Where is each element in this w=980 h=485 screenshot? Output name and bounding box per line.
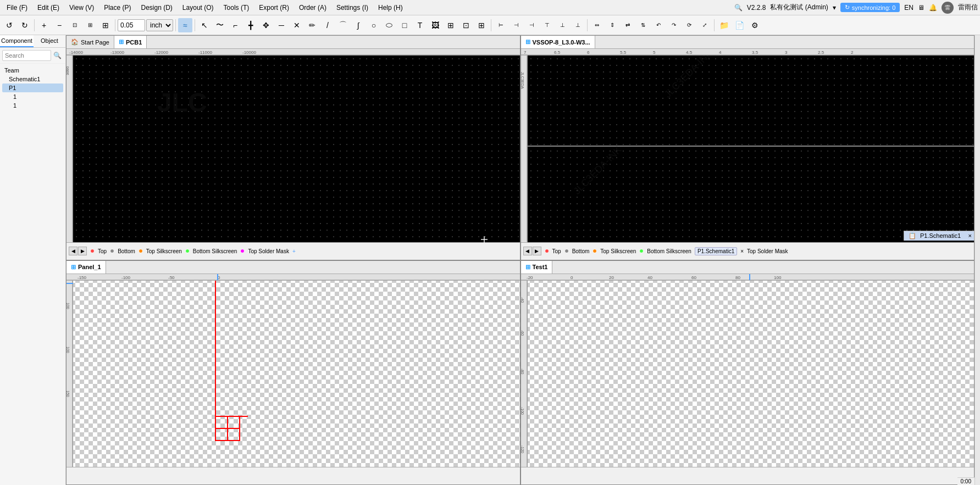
layer-label-top-tr[interactable]: Top [552, 248, 561, 254]
menu-settings[interactable]: Settings (I) [332, 3, 373, 13]
schematic1-floating-tab[interactable]: 📋 P1.Schematic1 × [904, 231, 975, 241]
tree-item1[interactable]: 1 [2, 92, 63, 101]
layer-label-tsilk[interactable]: Top Silkscreen [146, 248, 182, 254]
sync-button[interactable]: ↻ synchronizing: 0 [840, 3, 900, 12]
zoom-out-button[interactable]: − [52, 18, 67, 32]
align-center-v[interactable]: ⊥ [555, 18, 569, 32]
tree-schematic1[interactable]: Schematic1 [2, 75, 63, 83]
checkerboard-canvas[interactable] [67, 274, 520, 467]
layer-prev-btn[interactable]: ◀ [69, 247, 77, 255]
object-tab[interactable]: Object [34, 35, 65, 47]
panel1-tab[interactable]: ⊞ Panel_1 [67, 261, 106, 274]
pcb-canvas-top-right[interactable]: JLC3EDA-INK JLC3EDA-INK [521, 49, 975, 242]
distribute-v[interactable]: ⇕ [605, 18, 619, 32]
wire-tool[interactable]: 〜 [213, 18, 227, 32]
align-center-h[interactable]: ⊣ [509, 18, 523, 32]
unit-select[interactable]: inch mm mil [146, 19, 173, 31]
align-top[interactable]: ⊤ [540, 18, 554, 32]
layer-label-bsilk[interactable]: Bottom Silkscreen [193, 248, 237, 254]
menu-design[interactable]: Design (D) [137, 3, 177, 13]
zoom-in-button[interactable]: + [37, 18, 51, 32]
pencil-tool[interactable]: ✏ [305, 18, 319, 32]
align-left[interactable]: ⊢ [494, 18, 508, 32]
bus-tool[interactable]: ⌐ [228, 18, 242, 32]
align-right[interactable]: ⊣ [524, 18, 539, 32]
route-active-button[interactable]: ≈ [178, 18, 192, 32]
menu-order[interactable]: Order (A) [295, 3, 331, 13]
lang-label[interactable]: EN [904, 4, 913, 12]
mirror-h[interactable]: ⇄ [621, 18, 635, 32]
search-icon[interactable]: 🔍 [734, 4, 743, 12]
avatar[interactable]: 雷 [942, 2, 954, 14]
layer-next-btn[interactable]: ▶ [78, 247, 87, 255]
file-open-button[interactable]: 📁 [717, 18, 731, 32]
grid-button[interactable]: ⊞ [98, 18, 113, 32]
schematic-tab-close[interactable]: × [740, 248, 744, 254]
pcb-canvas-top-left[interactable]: JLC [67, 49, 520, 242]
flip[interactable]: ⤢ [697, 18, 712, 32]
circle-tool[interactable]: ○ [367, 18, 381, 32]
track-tool[interactable]: ─ [274, 18, 289, 32]
layer-label-tsilk-tr[interactable]: Top Silkscreen [600, 248, 636, 254]
test1-tab[interactable]: ⊞ Test1 [521, 261, 553, 274]
file-new-button[interactable]: 📄 [732, 18, 746, 32]
menu-place[interactable]: Place (P) [99, 3, 135, 13]
table-tool[interactable]: ⊞ [444, 18, 458, 32]
vssop-tab[interactable]: ⊞ VSSOP-8_L3.0-W3... [521, 36, 595, 49]
layer-label-tsoldermask[interactable]: Top Solder Mask [248, 248, 289, 254]
zoom-input[interactable] [118, 19, 145, 31]
distribute-h[interactable]: ⇔ [590, 18, 604, 32]
admin-label[interactable]: 私有化测试 (Admin) [770, 3, 828, 12]
image-tool[interactable]: 🖼 [428, 18, 442, 32]
search-icon[interactable]: 🔍 [53, 52, 62, 59]
layer-label-top[interactable]: Top [98, 248, 107, 254]
component-tool[interactable]: ⊡ [459, 18, 473, 32]
redo-button[interactable]: ↻ [18, 18, 32, 32]
zoom-select-button[interactable]: ⊞ [83, 18, 97, 32]
text-tool[interactable]: T [413, 18, 427, 32]
select-tool[interactable]: ↖ [197, 18, 212, 32]
rect-tool[interactable]: □ [397, 18, 412, 32]
search-input[interactable] [2, 50, 51, 61]
zoom-fit-button[interactable]: ⊡ [68, 18, 82, 32]
junction-tool[interactable]: ╋ [243, 18, 258, 32]
component-tab[interactable]: Component [0, 35, 34, 47]
tree-p1[interactable]: P1 [2, 83, 63, 92]
menu-layout[interactable]: Layout (O) [178, 3, 218, 13]
menu-edit[interactable]: Edit (E) [33, 3, 64, 13]
layer-label-bottom-tr[interactable]: Bottom [572, 248, 590, 254]
arc-tool[interactable]: ⌒ [336, 18, 350, 32]
notification-icon[interactable]: 🔔 [929, 4, 937, 12]
bezier-tool[interactable]: ∫ [351, 18, 366, 32]
settings-button[interactable]: ⚙ [748, 18, 762, 32]
align-bottom[interactable]: ⊥ [571, 18, 585, 32]
menu-help[interactable]: Help (H) [374, 3, 407, 13]
line-tool[interactable]: / [320, 18, 335, 32]
ellipse-tool[interactable]: ⬭ [382, 18, 396, 32]
layer-label-bottom[interactable]: Bottom [118, 248, 135, 254]
delete-tool[interactable]: ✕ [290, 18, 304, 32]
menu-export[interactable]: Export (R) [254, 3, 294, 13]
layer-label-bsilk-tr[interactable]: Bottom Silkscreen [647, 248, 691, 254]
dropdown-icon[interactable]: ▾ [833, 4, 836, 12]
menu-tools[interactable]: Tools (T) [219, 3, 254, 13]
move-tool[interactable]: ✥ [259, 18, 273, 32]
schematic-canvas[interactable] [521, 274, 975, 467]
undo-button[interactable]: ↺ [2, 18, 16, 32]
rotate-r[interactable]: ↷ [667, 18, 681, 32]
schematic-tab-in-bar[interactable]: P1.Schematic1 [695, 247, 737, 255]
schematic1-tab-close-btn[interactable]: × [968, 232, 972, 239]
pcb1-tab[interactable]: ⊞ PCB1 [114, 36, 147, 49]
rotate2[interactable]: ⟳ [682, 18, 696, 32]
more-layers-btn[interactable]: + [292, 248, 296, 254]
start-page-tab[interactable]: 🏠 Start Page [67, 36, 114, 49]
tree-item2[interactable]: 1 [2, 101, 63, 110]
tree-team[interactable]: Team [2, 66, 63, 75]
monitor-icon[interactable]: 🖥 [918, 4, 924, 12]
layer-next-btn-tr[interactable]: ▶ [533, 247, 541, 255]
layer-prev-btn-tr[interactable]: ◀ [523, 247, 532, 255]
rotate-l[interactable]: ↶ [651, 18, 666, 32]
mirror-v[interactable]: ⇅ [636, 18, 650, 32]
pin-tool[interactable]: ⊞ [474, 18, 489, 32]
menu-view[interactable]: View (V) [65, 3, 98, 13]
